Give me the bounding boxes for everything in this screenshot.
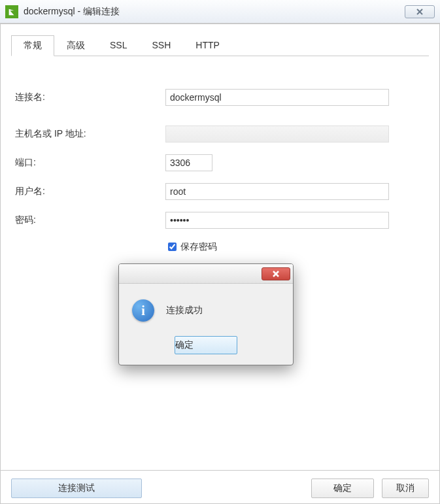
test-connection-button[interactable]: 连接测试 — [11, 479, 142, 498]
window-close-button[interactable] — [405, 5, 435, 18]
tabbar: 常规 高级 SSL SSH HTTP — [11, 35, 429, 56]
port-input[interactable] — [165, 154, 212, 171]
host-input[interactable] — [165, 126, 389, 143]
password-label: 密码: — [15, 214, 165, 226]
tab-advanced[interactable]: 高级 — [54, 35, 97, 56]
message-dialog-text: 连接成功 — [166, 305, 203, 316]
tab-general[interactable]: 常规 — [11, 35, 54, 56]
conn-name-label: 连接名: — [15, 92, 165, 103]
message-dialog-ok-button[interactable]: 确定 — [175, 336, 237, 354]
save-password-label: 保存密码 — [180, 241, 217, 253]
close-icon — [416, 8, 424, 15]
window-titlebar: dockermysql - 编辑连接 — [0, 0, 440, 24]
user-label: 用户名: — [15, 186, 165, 197]
tab-http[interactable]: HTTP — [183, 35, 232, 56]
message-dialog-titlebar — [119, 264, 293, 284]
port-label: 端口: — [15, 157, 165, 169]
password-input[interactable] — [165, 212, 389, 229]
close-icon — [272, 271, 280, 277]
message-dialog: i 连接成功 确定 — [118, 263, 294, 365]
bottom-button-bar: 连接测试 确定 取消 — [1, 470, 439, 503]
save-password-checkbox[interactable] — [168, 243, 177, 251]
dialog-content: 常规 高级 SSL SSH HTTP 连接名: 主机名或 IP 地址: 端口: … — [0, 24, 440, 504]
cancel-button[interactable]: 取消 — [382, 479, 429, 498]
ok-button[interactable]: 确定 — [311, 479, 374, 498]
tab-ssl[interactable]: SSL — [97, 35, 139, 56]
info-icon: i — [132, 299, 154, 322]
window-title: dockermysql - 编辑连接 — [24, 6, 405, 18]
host-label: 主机名或 IP 地址: — [15, 128, 165, 140]
form-general: 连接名: 主机名或 IP 地址: 端口: 用户名: 密码: 保存密码 — [11, 56, 429, 253]
message-dialog-close-button[interactable] — [262, 267, 290, 280]
conn-name-input[interactable] — [165, 89, 389, 106]
user-input[interactable] — [165, 183, 389, 200]
app-icon — [5, 5, 18, 18]
tab-ssh[interactable]: SSH — [139, 35, 183, 56]
